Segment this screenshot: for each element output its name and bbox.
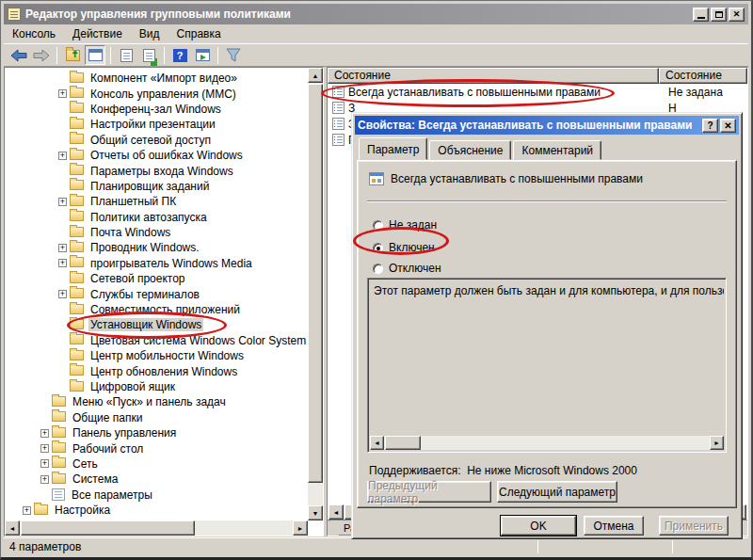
tree-item[interactable]: +Отчеты об ошибках Windows	[6, 148, 307, 163]
new-window-glyph	[196, 49, 210, 61]
policy-row[interactable]: Всегда устанавливать с повышенными права…	[328, 84, 747, 100]
tree-item[interactable]: +Настройка	[6, 503, 307, 518]
menu-action[interactable]: Действие	[64, 25, 131, 42]
expand-plus-icon[interactable]: +	[58, 290, 67, 298]
tab-comment[interactable]: Комментарий	[513, 140, 601, 160]
tree-item[interactable]: Параметры входа Windows	[6, 163, 307, 178]
column-header-name[interactable]: Состояние	[328, 68, 659, 84]
tree-item[interactable]: Центр мобильности Windows	[6, 348, 307, 363]
apply-button[interactable]: Применить	[659, 516, 729, 536]
new-window-icon[interactable]	[192, 45, 213, 65]
tree-item[interactable]: Установщик Windows	[6, 317, 307, 332]
tree-item[interactable]: Почта Windows	[6, 225, 307, 240]
tree-item-label: Меню «Пуск» и панель задач	[71, 395, 228, 408]
scroll-left-icon[interactable]	[328, 504, 344, 520]
tree-item[interactable]: Все параметры	[6, 488, 307, 503]
back-icon[interactable]	[8, 45, 29, 65]
expand-plus-icon[interactable]: +	[58, 198, 67, 206]
tree-item[interactable]: Общие папки	[6, 410, 307, 425]
next-setting-button[interactable]: Следующий параметр	[497, 481, 617, 503]
tree-item[interactable]: Совместимость приложений	[6, 302, 307, 317]
tree-item-label: Проводник Windows.	[88, 241, 201, 254]
setting-name: Всегда устанавливать с повышенными права…	[391, 172, 643, 185]
dialog-close-button[interactable]: ✕	[720, 119, 736, 133]
tree-horizontal-scrollbar[interactable]	[5, 520, 308, 536]
expand-plus-icon[interactable]: +	[40, 444, 49, 453]
dialog-help-button[interactable]: ?	[702, 119, 718, 133]
tree-item[interactable]: +Службы терминалов	[6, 286, 307, 301]
tree-item[interactable]: +Сеть	[6, 456, 307, 472]
tree-item[interactable]: Центр обновления Windows	[6, 363, 307, 378]
maximize-icon	[715, 11, 723, 18]
radio-icon[interactable]	[373, 220, 383, 231]
cancel-button[interactable]: Отмена	[584, 516, 644, 536]
tree-item[interactable]: Политики автозапуска	[6, 210, 307, 225]
expand-plus-icon[interactable]: +	[58, 244, 67, 252]
menu-console[interactable]: Консоль	[4, 25, 64, 42]
scroll-down-icon[interactable]	[308, 505, 323, 520]
minimize-button[interactable]	[693, 8, 709, 22]
description-scrollbar[interactable]	[370, 436, 724, 450]
expand-plus-icon[interactable]: +	[58, 259, 67, 267]
menu-help[interactable]: Справка	[168, 25, 230, 42]
filter-icon[interactable]	[223, 45, 244, 65]
tree-item[interactable]: +Проводник Windows.	[6, 240, 307, 255]
scrollbar-thumb[interactable]	[308, 84, 323, 483]
radio-icon[interactable]	[373, 264, 383, 274]
folder-icon	[70, 257, 84, 267]
tree-item[interactable]: +проигрыватель Windows Media	[6, 256, 307, 271]
tree-item[interactable]: Сетевой проектор	[6, 271, 307, 286]
close-button[interactable]: ✕	[729, 8, 745, 22]
tree-item[interactable]: Настройки презентации	[6, 117, 307, 132]
scroll-right-icon[interactable]	[293, 520, 308, 536]
tree-item[interactable]: Цветовая система Windows Color System	[6, 333, 307, 348]
tree-item[interactable]: Меню «Пуск» и панель задач	[6, 394, 307, 409]
export-list-icon[interactable]	[138, 45, 159, 65]
expand-plus-icon[interactable]: +	[40, 459, 49, 468]
show-console-tree-icon[interactable]	[85, 45, 105, 65]
expander-spacer	[58, 367, 67, 376]
toolbar-separator	[164, 47, 165, 64]
tree-item[interactable]: +Панель управления	[6, 425, 307, 440]
scrollbar-thumb[interactable]	[21, 520, 195, 536]
menu-view[interactable]: Вид	[131, 25, 168, 42]
help-icon[interactable]: ?	[169, 45, 190, 65]
scroll-left-icon[interactable]	[5, 520, 20, 536]
radio-icon[interactable]	[373, 243, 383, 253]
forward-icon[interactable]	[31, 45, 52, 65]
maximize-button[interactable]	[711, 8, 727, 22]
column-header-state[interactable]: Состояние	[659, 68, 747, 84]
scroll-up-icon[interactable]	[308, 68, 323, 83]
up-one-level-icon[interactable]	[62, 45, 83, 65]
ok-button[interactable]: OK	[501, 516, 576, 536]
previous-setting-button[interactable]: Предыдущий параметр	[367, 481, 491, 503]
tree-item[interactable]: +Система	[6, 472, 307, 487]
radio-disabled[interactable]: Отключен	[373, 262, 441, 275]
main-window: Редактор управления групповыми политикам…	[0, 0, 753, 560]
expand-plus-icon[interactable]: +	[58, 89, 67, 98]
scroll-left-icon[interactable]	[370, 436, 384, 450]
tree-item[interactable]: +Планшетный ПК	[6, 194, 307, 209]
scroll-right-icon[interactable]	[710, 436, 724, 450]
tree-item[interactable]: Цифровой ящик	[6, 379, 307, 394]
properties-icon[interactable]	[116, 45, 136, 65]
tab-parameter[interactable]: Параметр	[359, 137, 427, 160]
expand-plus-icon[interactable]: +	[58, 152, 67, 160]
tree-item[interactable]: Конференц-зал Windows	[6, 102, 307, 117]
tree-item[interactable]: Компонент «Импорт видео»	[6, 71, 307, 86]
expand-plus-icon[interactable]: +	[23, 506, 31, 515]
tree-item[interactable]: +Рабочий стол	[6, 440, 307, 456]
tree-vertical-scrollbar[interactable]	[308, 68, 323, 520]
radio-enabled[interactable]: Включен	[373, 241, 435, 254]
scrollbar-thumb[interactable]	[385, 436, 421, 450]
expander-spacer	[58, 120, 67, 129]
tree-item[interactable]: +Консоль управления (MMC)	[6, 86, 307, 101]
tree-item-label: Цветовая система Windows Color System	[88, 334, 307, 347]
folder-icon	[70, 350, 84, 360]
tab-explanation[interactable]: Объяснение	[429, 140, 511, 160]
expand-plus-icon[interactable]: +	[40, 475, 49, 484]
tree-item[interactable]: Планировщик заданий	[6, 179, 307, 194]
tree-item[interactable]: Общий сетевой доступ	[6, 133, 307, 148]
expand-plus-icon[interactable]: +	[40, 429, 49, 438]
radio-not-configured[interactable]: Не задан	[373, 218, 437, 232]
